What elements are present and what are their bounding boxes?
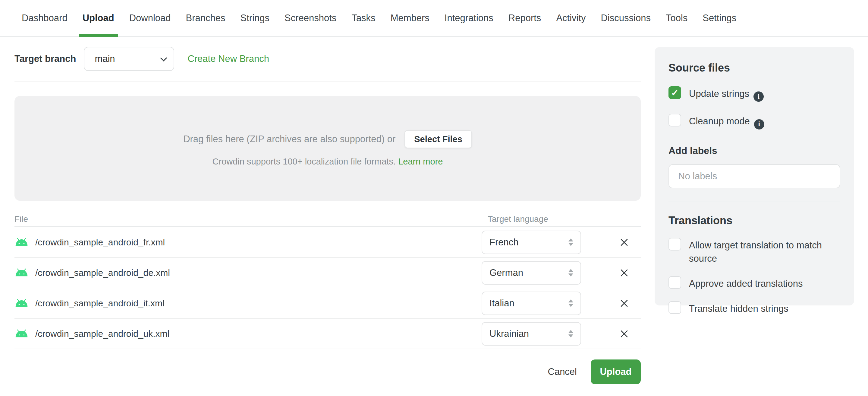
nav-tab-branches[interactable]: Branches [186, 0, 225, 36]
footer-actions: Cancel Upload [14, 360, 641, 384]
option-allow-match-source: Allow target translation to match source [669, 238, 840, 265]
file-dropzone[interactable]: Drag files here (ZIP archives are also s… [14, 96, 641, 201]
file-name: /crowdin_sample_android_uk.xml [35, 329, 169, 339]
file-cell: /crowdin_sample_android_de.xml [14, 268, 482, 278]
labels-input[interactable] [669, 164, 840, 188]
dropzone-primary-line: Drag files here (ZIP archives are also s… [183, 130, 472, 148]
nav-tab-reports[interactable]: Reports [508, 0, 541, 36]
cleanup-mode-label: Cleanup modei [689, 114, 764, 129]
source-files-heading: Source files [669, 62, 840, 74]
allow-match-source-label: Allow target translation to match source [689, 238, 840, 265]
approve-added-checkbox[interactable] [669, 276, 681, 289]
option-update-strings: Update stringsi [669, 86, 840, 102]
language-selected-value: French [490, 237, 518, 248]
table-row-uk: /crowdin_sample_android_uk.xml Ukrainian [14, 319, 641, 349]
option-cleanup-mode: Cleanup modei [669, 114, 840, 129]
updown-arrows-icon [568, 269, 573, 277]
language-select-it[interactable]: Italian [482, 291, 581, 315]
cleanup-mode-checkbox[interactable] [669, 114, 681, 126]
nav-tab-integrations[interactable]: Integrations [444, 0, 493, 36]
nav-tab-members[interactable]: Members [391, 0, 430, 36]
nav-tab-screenshots[interactable]: Screenshots [284, 0, 336, 36]
language-select-de[interactable]: German [482, 261, 581, 285]
android-icon [14, 329, 29, 338]
upload-button[interactable]: Upload [591, 360, 641, 384]
info-icon[interactable]: i [754, 119, 764, 130]
translate-hidden-checkbox[interactable] [669, 301, 681, 314]
language-selected-value: German [490, 267, 523, 278]
dropzone-formats-text: Crowdin supports 100+ localization file … [213, 157, 396, 166]
table-row-fr: /crowdin_sample_android_fr.xml French [14, 227, 641, 258]
update-strings-label: Update stringsi [689, 86, 764, 102]
language-selected-value: Italian [490, 298, 515, 309]
chevron-down-icon [160, 55, 167, 62]
files-table-header: File Target language [14, 211, 641, 227]
target-language-column-header: Target language [482, 214, 581, 224]
upload-page-content: Target branch main Create New Branch Dra… [14, 37, 641, 384]
nav-tab-discussions[interactable]: Discussions [601, 0, 651, 36]
uploaded-files-table: File Target language /crowdin_sample_and… [14, 211, 641, 349]
info-icon[interactable]: i [753, 91, 764, 102]
file-cell: /crowdin_sample_android_it.xml [14, 298, 482, 309]
option-approve-added: Approve added translations [669, 276, 840, 290]
top-navigation: Dashboard Upload Download Branches Strin… [0, 0, 868, 37]
table-row-it: /crowdin_sample_android_it.xml Italian [14, 288, 641, 319]
language-select-uk[interactable]: Ukrainian [482, 322, 581, 346]
remove-file-icon[interactable] [619, 298, 629, 309]
nav-tab-activity[interactable]: Activity [556, 0, 586, 36]
cancel-button[interactable]: Cancel [548, 366, 577, 377]
target-branch-selected-value: main [95, 53, 115, 64]
remove-file-icon[interactable] [619, 268, 629, 278]
upload-options-sidebar: Source files Update stringsi Cleanup mod… [655, 47, 854, 306]
updown-arrows-icon [568, 330, 573, 337]
target-branch-select[interactable]: main [84, 47, 174, 71]
nav-tab-upload[interactable]: Upload [83, 0, 114, 36]
android-icon [14, 299, 29, 308]
file-column-header: File [14, 214, 482, 224]
file-cell: /crowdin_sample_android_uk.xml [14, 329, 482, 339]
option-translate-hidden: Translate hidden strings [669, 301, 840, 315]
file-cell: /crowdin_sample_android_fr.xml [14, 237, 482, 248]
dropzone-formats-line: Crowdin supports 100+ localization file … [213, 157, 443, 167]
file-name: /crowdin_sample_android_de.xml [35, 268, 170, 278]
file-name: /crowdin_sample_android_fr.xml [35, 237, 165, 248]
language-select-fr[interactable]: French [482, 231, 581, 254]
nav-tab-tasks[interactable]: Tasks [351, 0, 375, 36]
approve-added-label: Approve added translations [689, 276, 803, 290]
add-labels-heading: Add labels [669, 145, 840, 157]
nav-tab-tools[interactable]: Tools [666, 0, 687, 36]
file-name: /crowdin_sample_android_it.xml [35, 298, 164, 309]
language-selected-value: Ukrainian [490, 329, 529, 339]
updown-arrows-icon [568, 300, 573, 307]
target-branch-label: Target branch [14, 53, 76, 64]
nav-tab-download[interactable]: Download [129, 0, 171, 36]
sidebar-divider [669, 202, 840, 202]
updown-arrows-icon [568, 238, 573, 246]
nav-tab-strings[interactable]: Strings [241, 0, 270, 36]
translations-heading: Translations [669, 214, 840, 227]
android-icon [14, 268, 29, 277]
dropzone-drag-text: Drag files here (ZIP archives are also s… [183, 134, 396, 145]
table-row-de: /crowdin_sample_android_de.xml German [14, 258, 641, 288]
create-new-branch-link[interactable]: Create New Branch [187, 53, 269, 64]
target-branch-row: Target branch main Create New Branch [14, 37, 641, 82]
remove-file-icon[interactable] [619, 329, 629, 339]
nav-tab-dashboard[interactable]: Dashboard [22, 0, 67, 36]
nav-tab-settings[interactable]: Settings [703, 0, 736, 36]
learn-more-link[interactable]: Learn more [398, 157, 443, 166]
remove-file-icon[interactable] [619, 237, 629, 248]
android-icon [14, 237, 29, 247]
allow-match-source-checkbox[interactable] [669, 238, 681, 251]
translate-hidden-label: Translate hidden strings [689, 301, 788, 315]
update-strings-checkbox[interactable] [669, 86, 681, 99]
select-files-button[interactable]: Select Files [404, 130, 472, 148]
